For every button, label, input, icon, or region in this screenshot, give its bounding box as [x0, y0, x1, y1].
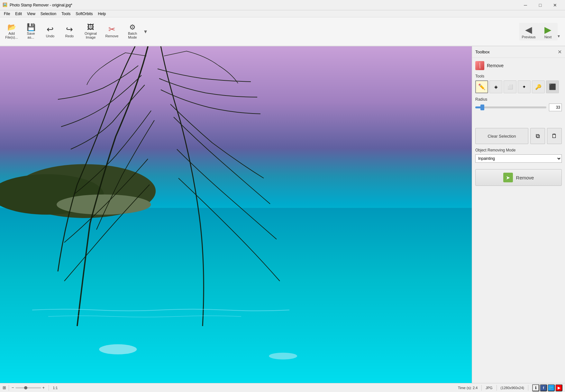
nav-area: ◀ Previous ▶ Next ▾: [519, 23, 562, 41]
menu-edit[interactable]: Edit: [13, 11, 24, 17]
sep3: [481, 385, 482, 391]
zoom-out-button[interactable]: −: [12, 385, 14, 390]
toolbox-title: Toolbox: [475, 50, 490, 54]
previous-label: Previous: [522, 35, 536, 39]
remove-icon: ✂: [108, 25, 115, 33]
toolbar: 📂 Add File(s)... 💾 Save as... ↩ Undo ↪ R…: [0, 17, 565, 46]
batch-mode-button[interactable]: ⚙ Batch Mode: [122, 19, 143, 44]
zoom-in-button[interactable]: +: [42, 385, 45, 390]
rect-select-tool-button[interactable]: ⬜: [504, 80, 516, 93]
info-button[interactable]: ℹ: [532, 384, 539, 391]
spacer1: [475, 115, 562, 122]
save-as-button[interactable]: 💾 Save as...: [22, 19, 40, 44]
menu-bar: File Edit View Selection Tools SoftOrbit…: [0, 10, 565, 17]
window-controls: ─ □ ✕: [518, 0, 562, 10]
sep5: [528, 385, 528, 391]
dimensions-label: (1280x960x24): [501, 386, 524, 390]
rect-select-tool-icon: ⬜: [507, 84, 513, 89]
main-area: Toolbox ✕ ╱ Remove Tools ✏️: [0, 46, 565, 383]
mode-section: Object Removing Mode Inpainting Content-…: [475, 148, 562, 163]
remove-action-icon: ➤: [503, 173, 513, 182]
menu-file[interactable]: File: [1, 11, 13, 17]
format-label: JPG: [486, 386, 492, 390]
menu-softorbits[interactable]: SoftOrbits: [73, 11, 95, 17]
undo-button[interactable]: ↩ Undo: [41, 19, 59, 44]
next-icon: ▶: [544, 24, 551, 35]
sep1: [9, 385, 9, 391]
previous-button[interactable]: ◀ Previous: [519, 23, 538, 41]
save-selection-button[interactable]: 🗒: [547, 128, 562, 144]
batch-mode-icon: ⚙: [129, 24, 136, 31]
zoom-slider[interactable]: [15, 387, 41, 388]
next-label: Next: [544, 35, 552, 39]
original-image-label: Original Image: [85, 32, 97, 39]
redo-label: Redo: [65, 34, 74, 38]
remove-button[interactable]: ✂ Remove: [103, 19, 121, 44]
mode-select[interactable]: Inpainting Content-Aware Fill Blur: [475, 154, 562, 163]
clear-selection-button[interactable]: Clear Selection: [475, 128, 528, 144]
toolbox-close-button[interactable]: ✕: [558, 49, 562, 55]
app-icon: 🖼️: [3, 3, 8, 8]
time-label: Time (s): 2.4: [458, 386, 478, 390]
remove-section-icon-shape: ╱: [478, 63, 482, 68]
brush-tool-button[interactable]: ✏️: [475, 80, 488, 93]
action-row: Clear Selection ⧉ 🗒: [475, 128, 562, 144]
remove-label: Remove: [105, 34, 119, 38]
sep2: [49, 385, 49, 391]
more-indicator: ▾: [144, 28, 147, 35]
magic-wand-tool-icon: 🔑: [535, 84, 542, 90]
nav-dropdown-icon: ▾: [558, 33, 560, 41]
zoom-label: 1:1: [53, 386, 58, 390]
batch-mode-label: Batch Mode: [128, 32, 137, 39]
redo-button[interactable]: ↪ Redo: [60, 19, 78, 44]
twitter-icon: 🐦: [549, 386, 554, 390]
eraser-tool-button[interactable]: ◈: [489, 80, 502, 93]
svg-point-4: [57, 195, 151, 215]
menu-tools[interactable]: Tools: [59, 11, 73, 17]
next-button[interactable]: ▶ Next: [538, 23, 558, 41]
redo-icon: ↪: [66, 25, 73, 33]
canvas-area[interactable]: [0, 46, 472, 383]
save-as-label: Save as...: [27, 32, 35, 39]
toolbox-panel: Toolbox ✕ ╱ Remove Tools ✏️: [472, 46, 565, 383]
svg-point-5: [99, 344, 137, 354]
original-image-button[interactable]: 🖼 Original Image: [80, 19, 102, 44]
stamp-tool-button[interactable]: ⬛: [546, 80, 559, 93]
save-as-icon: 💾: [27, 24, 35, 31]
toolbox-body: ╱ Remove Tools ✏️ ◈: [472, 58, 565, 189]
undo-label: Undo: [46, 34, 54, 38]
zoom-slider-thumb[interactable]: [24, 386, 27, 389]
toolbox-header: Toolbox ✕: [472, 46, 565, 58]
remove-section-title: Remove: [487, 63, 504, 68]
brush-tool-icon: ✏️: [478, 83, 485, 90]
youtube-button[interactable]: ▶: [555, 384, 562, 391]
radius-slider-track[interactable]: [475, 106, 546, 108]
close-button[interactable]: ✕: [548, 0, 562, 10]
facebook-icon: f: [543, 386, 544, 390]
remove-action-button[interactable]: ➤ Remove: [475, 169, 562, 186]
maximize-button[interactable]: □: [533, 0, 548, 10]
magic-wand-tool-button[interactable]: 🔑: [532, 80, 545, 93]
radius-slider-thumb[interactable]: [480, 105, 484, 110]
original-image-icon: 🖼: [87, 24, 94, 31]
remove-section-header: ╱ Remove: [475, 61, 562, 70]
menu-view[interactable]: View: [24, 11, 38, 17]
facebook-button[interactable]: f: [540, 384, 547, 391]
minimize-button[interactable]: ─: [518, 0, 533, 10]
sep4: [497, 385, 497, 391]
menu-help[interactable]: Help: [96, 11, 109, 17]
magic-select-tool-button[interactable]: ✦: [518, 80, 531, 93]
menu-selection[interactable]: Selection: [38, 11, 59, 17]
fit-zoom-button[interactable]: ⊞: [3, 385, 6, 390]
twitter-button[interactable]: 🐦: [548, 384, 555, 391]
copy-selection-button[interactable]: ⧉: [530, 128, 545, 144]
remove-action-label: Remove: [516, 175, 534, 180]
radius-value[interactable]: 33: [549, 104, 562, 111]
app-title: Photo Stamp Remover - original.jpg*: [10, 3, 518, 7]
stamp-tool-icon: ⬛: [549, 83, 556, 90]
canvas-image: [0, 46, 472, 383]
radius-label: Radius: [475, 97, 562, 102]
radius-section: Radius 33: [475, 97, 562, 111]
info-icon: ℹ: [535, 386, 537, 390]
add-file-button[interactable]: 📂 Add File(s)...: [3, 19, 21, 44]
